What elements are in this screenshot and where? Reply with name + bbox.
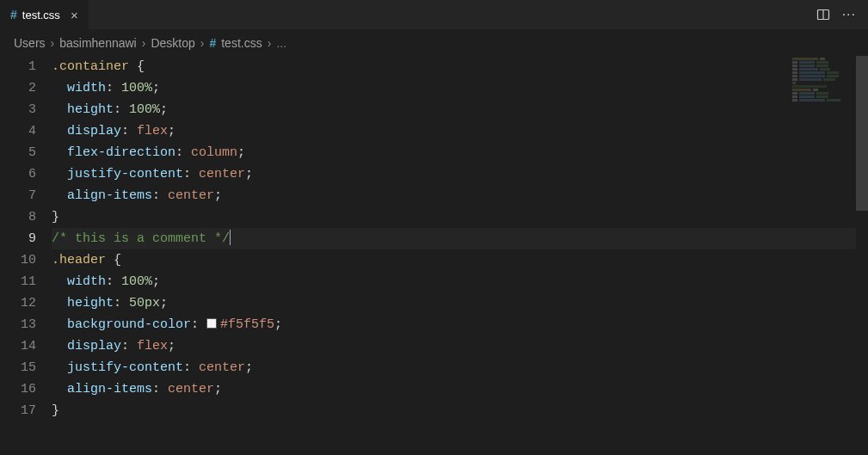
tab-filename: test.css bbox=[22, 9, 60, 22]
code-line[interactable]: align-items: center; bbox=[52, 185, 868, 206]
token: align-items bbox=[67, 382, 152, 397]
text-cursor bbox=[230, 230, 231, 245]
code-line[interactable]: background-color: #f5f5f5; bbox=[52, 314, 868, 335]
token: ; bbox=[152, 81, 160, 95]
code-line[interactable]: height: 100%; bbox=[52, 99, 868, 120]
code-line[interactable]: /* this is a comment */ bbox=[52, 228, 868, 249]
token: : bbox=[114, 296, 129, 311]
line-number: 14 bbox=[0, 335, 36, 357]
breadcrumb: Users › basimhennawi › Desktop › # test.… bbox=[0, 30, 868, 56]
token: ; bbox=[152, 274, 160, 289]
token: ; bbox=[245, 360, 253, 375]
token: center bbox=[199, 360, 245, 375]
line-number: 6 bbox=[0, 163, 36, 185]
token: flex-direction bbox=[67, 145, 175, 160]
more-actions-icon[interactable]: ··· bbox=[842, 7, 856, 22]
token: ; bbox=[160, 296, 168, 311]
line-number: 2 bbox=[0, 77, 36, 99]
token: flex bbox=[137, 124, 168, 138]
token: .header bbox=[52, 253, 114, 267]
token: background-color bbox=[67, 317, 191, 332]
token: /* this is a comment */ bbox=[52, 231, 230, 246]
code-line[interactable]: width: 100%; bbox=[52, 271, 868, 292]
token: ; bbox=[168, 124, 175, 138]
line-number: 16 bbox=[0, 378, 36, 400]
line-number: 12 bbox=[0, 292, 36, 314]
chevron-right-icon: › bbox=[200, 36, 205, 50]
code-line[interactable]: justify-content: center; bbox=[52, 357, 868, 378]
token: : bbox=[106, 274, 121, 289]
line-number-gutter: 1234567891011121314151617 bbox=[0, 56, 52, 455]
color-swatch-icon bbox=[206, 318, 217, 329]
code-line[interactable]: justify-content: center; bbox=[52, 163, 868, 185]
code-line[interactable]: width: 100%; bbox=[52, 77, 868, 99]
token: height bbox=[67, 102, 114, 117]
token: center bbox=[168, 382, 214, 397]
token: ; bbox=[214, 188, 222, 203]
token: ; bbox=[274, 317, 282, 332]
line-number: 15 bbox=[0, 357, 36, 378]
token: center bbox=[168, 188, 214, 203]
token: column bbox=[191, 145, 237, 160]
token: align-items bbox=[67, 188, 152, 203]
line-number: 8 bbox=[0, 206, 36, 228]
code-line[interactable]: display: flex; bbox=[52, 335, 868, 357]
token: 100% bbox=[121, 274, 152, 289]
breadcrumb-file[interactable]: test.css bbox=[221, 36, 262, 50]
editor-titlebar: # test.css × ··· bbox=[0, 0, 868, 30]
split-editor-icon[interactable] bbox=[816, 8, 830, 22]
breadcrumb-segment[interactable]: Users bbox=[14, 36, 46, 50]
code-line[interactable]: align-items: center; bbox=[52, 378, 868, 400]
token: } bbox=[52, 403, 59, 418]
line-number: 7 bbox=[0, 185, 36, 206]
code-line[interactable]: flex-direction: column; bbox=[52, 142, 868, 163]
code-line[interactable]: .container { bbox=[52, 56, 868, 77]
scrollbar-thumb[interactable] bbox=[856, 56, 868, 211]
chevron-right-icon: › bbox=[268, 36, 272, 50]
code-line[interactable]: } bbox=[52, 206, 868, 228]
line-number: 10 bbox=[0, 249, 36, 271]
token: { bbox=[114, 253, 121, 267]
token: display bbox=[67, 124, 121, 138]
tabs: # test.css × bbox=[0, 0, 89, 29]
token: center bbox=[199, 167, 245, 181]
token: 100% bbox=[121, 81, 152, 95]
token: width bbox=[67, 81, 106, 95]
token: justify-content bbox=[67, 360, 183, 375]
token: ; bbox=[214, 382, 222, 397]
token: : bbox=[114, 102, 129, 117]
token: : bbox=[121, 339, 137, 354]
code-line[interactable]: .header { bbox=[52, 249, 868, 271]
token: display bbox=[67, 339, 121, 354]
breadcrumb-segment[interactable]: Desktop bbox=[151, 36, 194, 50]
close-icon[interactable]: × bbox=[71, 9, 78, 22]
token: : bbox=[183, 167, 199, 181]
line-number: 13 bbox=[0, 314, 36, 335]
token: justify-content bbox=[67, 167, 183, 181]
code-line[interactable]: } bbox=[52, 400, 868, 421]
tab-test-css[interactable]: # test.css × bbox=[0, 0, 89, 29]
code-line[interactable]: height: 50px; bbox=[52, 292, 868, 314]
breadcrumb-trailing[interactable]: ... bbox=[276, 36, 286, 50]
css-file-icon: # bbox=[10, 8, 17, 22]
line-number: 9 bbox=[0, 228, 36, 249]
token: height bbox=[67, 296, 114, 311]
token: 100% bbox=[129, 102, 160, 117]
chevron-right-icon: › bbox=[51, 36, 55, 50]
line-number: 17 bbox=[0, 400, 36, 421]
title-actions: ··· bbox=[816, 0, 868, 29]
token: ; bbox=[237, 145, 245, 160]
token: : bbox=[175, 145, 191, 160]
code-area[interactable]: .container { width: 100%; height: 100%; … bbox=[52, 56, 868, 455]
token: 50px bbox=[129, 296, 160, 311]
token: { bbox=[137, 59, 145, 74]
token: ; bbox=[168, 339, 175, 354]
breadcrumb-segment[interactable]: basimhennawi bbox=[59, 36, 137, 50]
token: } bbox=[52, 210, 59, 224]
token: .container bbox=[52, 59, 137, 74]
code-line[interactable]: display: flex; bbox=[52, 120, 868, 142]
css-file-icon: # bbox=[209, 36, 216, 50]
editor[interactable]: 1234567891011121314151617 .container { w… bbox=[0, 56, 868, 455]
token: : bbox=[191, 317, 206, 332]
line-number: 1 bbox=[0, 56, 36, 77]
